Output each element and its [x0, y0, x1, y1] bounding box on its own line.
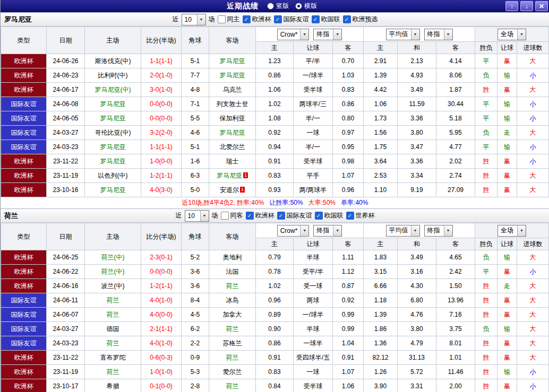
match-row: 欧洲杯23-11-22罗马尼亚1-0(0-0)1-6瑞士0.91受半球0.983… [1, 154, 549, 169]
filter-checkbox[interactable]: ✓欧洲杯 [243, 15, 271, 24]
match-row: 欧洲杯24-06-25荷兰(中)2-3(0-1)5-2奥地利0.79半球1.11… [1, 250, 549, 265]
corner-cell: 5-3 [182, 365, 209, 379]
matches-table: 类型日期主场比分(半场)角球客场Crow*▼终指▼平均值▼终指▼全场▼主让球客主… [1, 223, 549, 392]
handicap-line: 半球 [294, 322, 333, 336]
match-row: 国际友谊24-06-07荷兰4-0(0-0)4-5加拿大0.89一/球半0.99… [1, 308, 549, 322]
eu-draw-odds: 11.59 [398, 97, 436, 111]
filter-checkbox[interactable]: ✓国际友谊 [274, 15, 309, 24]
away-team: 荷兰 [209, 379, 256, 392]
away-team-name: 加拿大 [223, 311, 242, 318]
match-count-select[interactable]: 10▼ [182, 14, 206, 25]
checked-checkbox-icon: ✓ [243, 15, 251, 23]
eu-home-odds: 1.36 [364, 336, 398, 351]
match-result: 胜 [475, 351, 497, 365]
goals-result: 大 [517, 54, 549, 68]
layout-option-horizontal[interactable]: 横版 [295, 2, 317, 11]
close-button[interactable]: ✕ [535, 1, 548, 11]
move-down-button[interactable]: ↓ [520, 1, 533, 11]
checkbox-label: 欧国联 [321, 15, 340, 24]
chevron-down-icon: ▼ [200, 211, 209, 221]
score-cell: 1-0(0-0) [141, 154, 182, 169]
eu-home-odds: 1.39 [364, 68, 398, 83]
checked-checkbox-icon: ✓ [246, 212, 254, 220]
ah-away-odds: 1.06 [333, 379, 364, 392]
corner-cell: 1-6 [182, 154, 209, 169]
competition-type-cell: 国际友谊 [1, 140, 47, 154]
match-date: 24-06-17 [47, 83, 85, 97]
checked-checkbox-icon: ✓ [346, 212, 354, 220]
goals-result: 小 [517, 365, 549, 379]
ah-away-odds: 0.95 [333, 140, 364, 154]
corner-cell: 7-1 [182, 97, 209, 111]
ah-away-odds: 0.97 [333, 126, 364, 140]
match-result: 负 [475, 68, 497, 83]
score-cell: 1-2(1-1) [141, 279, 182, 293]
column-header: 和 [398, 42, 436, 54]
filter-checkbox[interactable]: ✓世界杯 [346, 211, 375, 220]
eu-final-index-select[interactable]: 终指▼ [424, 225, 453, 237]
corner-cell: 4-8 [182, 83, 209, 97]
match-row: 欧洲杯23-10-16罗马尼亚4-0(3-0)5-0安道尔10.93两/两球半0… [1, 183, 549, 197]
ah-final-index-select[interactable]: 终指▼ [313, 29, 342, 40]
handicap-result: 输 [497, 250, 517, 265]
away-team-name: 法国 [226, 268, 239, 275]
eu-average-select[interactable]: 平均值▼ [386, 225, 420, 237]
eu-average-select[interactable]: 平均值▼ [386, 29, 420, 40]
handicap-line: 平手 [294, 169, 333, 183]
radio-icon [267, 3, 274, 10]
checked-checkbox-icon: ✓ [343, 15, 351, 23]
select-value: 10 [182, 14, 197, 25]
eu-draw-odds: 4.76 [398, 308, 436, 322]
match-scope-select[interactable]: 全场▼ [497, 225, 526, 237]
chevron-down-icon: ▼ [444, 225, 452, 236]
competition-type-cell: 欧洲杯 [1, 365, 47, 379]
handicap-line: 一球 [294, 365, 333, 379]
filter-checkbox[interactable]: ✓欧国联 [312, 15, 340, 24]
ah-home-odds: 1.06 [256, 83, 294, 97]
competition-type-cell: 欧洲杯 [1, 83, 47, 97]
away-team: 保加利亚 [209, 111, 256, 126]
column-header: 主场 [85, 223, 141, 250]
ah-away-odds: 0.86 [333, 97, 364, 111]
corner-cell: 0-9 [182, 351, 209, 365]
chevron-down-icon: ▼ [333, 29, 341, 40]
column-header: 客 [333, 42, 364, 54]
eu-final-index-select[interactable]: 终指▼ [424, 29, 453, 40]
filter-checkbox[interactable]: ✓欧洲杯 [246, 211, 274, 220]
filter-checkbox[interactable]: 同客 [221, 211, 243, 220]
column-header: 让球 [294, 238, 333, 250]
ah-final-index-select[interactable]: 终指▼ [313, 225, 342, 237]
move-up-button[interactable]: ↑ [505, 1, 518, 11]
match-scope-select[interactable]: 全场▼ [497, 29, 526, 40]
radio-label: 竖版 [276, 2, 289, 11]
ah-home-odds: 0.91 [256, 154, 294, 169]
ah-home-odds: 0.91 [256, 351, 294, 365]
match-date: 24-06-23 [47, 68, 85, 83]
away-team-name: 安道尔 [220, 186, 239, 194]
filter-checkbox[interactable]: ✓国际友谊 [277, 211, 312, 220]
filter-checkbox[interactable]: 同主 [218, 15, 240, 24]
home-team: 直布罗陀 [85, 351, 141, 365]
match-result: 胜 [475, 365, 497, 379]
ah-home-odds: 0.92 [256, 126, 294, 140]
ah-home-odds: 0.86 [256, 68, 294, 83]
select-value: 终指 [425, 29, 444, 40]
filter-checkbox[interactable]: ✓欧国联 [315, 211, 344, 220]
filter-checkbox[interactable]: ✓欧洲预选 [343, 15, 378, 24]
goals-result: 大 [517, 293, 549, 308]
odds-provider-select[interactable]: Crow*▼ [277, 29, 310, 40]
chevron-down-icon: ▼ [517, 225, 526, 236]
match-count-select[interactable]: 10▼ [185, 210, 209, 222]
unchecked-checkbox-icon [218, 15, 226, 23]
ah-away-odds: 0.83 [333, 83, 364, 97]
eu-away-odds: 3.75 [436, 322, 475, 336]
away-team: 北爱尔兰 [209, 140, 256, 154]
odds-provider-select[interactable]: Crow*▼ [277, 225, 310, 237]
away-team-name: 瑞士 [226, 158, 239, 165]
titlebar: 近期战绩 竖版 横版 ↑ ↓ ✕ [1, 0, 549, 12]
match-result: 胜 [475, 308, 497, 322]
handicap-line: 受半球 [294, 154, 333, 169]
home-team: 希腊 [85, 379, 141, 392]
layout-option-vertical[interactable]: 竖版 [267, 2, 289, 11]
eu-home-odds: 1.39 [364, 308, 398, 322]
